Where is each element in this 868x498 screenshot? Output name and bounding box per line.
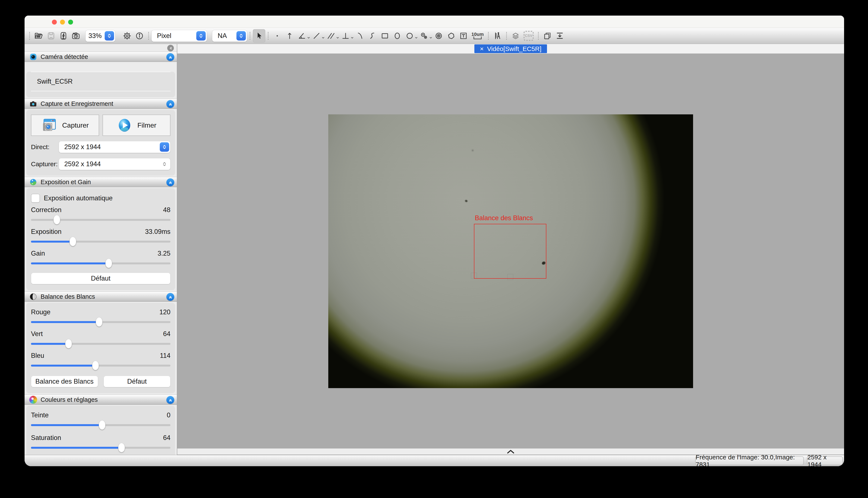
white-balance-button[interactable]: Balance des Blancs <box>31 376 98 387</box>
capture-panel-header: Capture et Enregistrement <box>25 99 177 109</box>
exposure-slider[interactable] <box>31 237 170 246</box>
camera-device-item[interactable]: Swift_EC5R <box>31 72 170 91</box>
video-tab[interactable]: × Vidéo[Swift_EC5R] <box>474 44 547 53</box>
white-balance-roi-rect[interactable] <box>474 224 546 279</box>
green-slider[interactable] <box>31 339 170 349</box>
red-label: Rouge <box>31 308 50 316</box>
unit-select[interactable]: Pixel <box>151 30 207 42</box>
red-slider[interactable] <box>31 317 170 327</box>
exposure-default-button[interactable]: Défaut <box>31 273 170 284</box>
ellipse-tool-icon[interactable] <box>391 29 404 42</box>
capture-still-label: Capturer <box>62 121 89 129</box>
curve-tool-icon[interactable] <box>366 29 379 42</box>
arrow-tool-icon[interactable] <box>283 29 296 42</box>
collapse-wb-panel-button[interactable] <box>166 293 174 301</box>
correction-slider[interactable] <box>31 215 170 224</box>
collapse-capture-panel-button[interactable] <box>166 100 174 108</box>
circle-tool-options-icon[interactable] <box>414 36 418 39</box>
camera-panel-body: Swift_EC5R <box>26 72 175 97</box>
saturation-slider-thumb[interactable] <box>118 443 125 453</box>
copy-icon[interactable] <box>541 29 553 42</box>
timed-capture-icon[interactable] <box>69 29 82 42</box>
dust-speck <box>465 199 468 202</box>
capture-resolution-select[interactable]: 2592 x 1944 <box>59 158 170 170</box>
concentric-circles-tool-icon[interactable] <box>433 29 445 42</box>
resolution-status: 2592 x 1944 <box>807 456 843 465</box>
perpendicular-tool-icon[interactable] <box>340 29 352 42</box>
toolbar-separator <box>29 32 30 40</box>
angle-tool-options-icon[interactable] <box>307 36 310 39</box>
hue-slider-thumb[interactable] <box>99 421 105 430</box>
hue-slider[interactable] <box>31 420 170 430</box>
line-tool-icon[interactable] <box>310 29 323 42</box>
panel-title: Exposition et Gain <box>41 179 91 186</box>
collapse-colors-panel-button[interactable] <box>166 396 174 404</box>
gain-slider[interactable] <box>31 259 170 268</box>
correction-value: 48 <box>163 206 170 214</box>
select-tool-icon[interactable] <box>253 29 265 42</box>
open-file-icon[interactable] <box>33 29 45 42</box>
green-group: Vert 64 <box>31 330 170 349</box>
green-slider-thumb[interactable] <box>65 339 72 349</box>
layers-icon[interactable] <box>509 29 522 42</box>
stepper-icon <box>160 142 169 152</box>
info-icon[interactable] <box>133 29 146 42</box>
zoom-level-select[interactable]: 33% <box>86 30 115 42</box>
point-tool-icon[interactable] <box>271 29 283 42</box>
camera-icon <box>29 100 37 108</box>
close-window-button[interactable] <box>52 19 57 25</box>
exposure-gain-icon <box>29 178 37 186</box>
green-value: 64 <box>163 330 170 338</box>
measurement-settings-icon[interactable] <box>491 29 503 42</box>
wb-default-button[interactable]: Défaut <box>104 376 171 387</box>
line-tool-options-icon[interactable] <box>321 36 325 39</box>
export-image-icon[interactable] <box>553 29 566 42</box>
perpendicular-tool-options-icon[interactable] <box>350 36 354 39</box>
collapse-camera-panel-button[interactable] <box>166 53 174 61</box>
close-tab-icon[interactable]: × <box>480 45 484 52</box>
record-video-button[interactable]: Filmer <box>103 115 171 136</box>
saturation-slider[interactable] <box>31 443 170 453</box>
flash-capture-icon[interactable] <box>57 29 69 42</box>
sidebar-collapse-button[interactable] <box>167 45 174 51</box>
live-video-frame: Balance des Blancs <box>328 114 693 388</box>
parallel-tool-options-icon[interactable] <box>336 36 340 39</box>
rectangle-tool-icon[interactable] <box>379 29 391 42</box>
blue-value: 114 <box>160 352 170 359</box>
scalebar-tool-icon[interactable]: 10um <box>470 29 485 42</box>
magnification-select[interactable]: NA <box>212 30 247 42</box>
two-circles-tool-icon[interactable] <box>418 29 430 42</box>
capture-panel-body: Capturer <box>26 110 175 175</box>
color-wheel-icon <box>29 396 37 404</box>
gain-slider-thumb[interactable] <box>105 259 112 268</box>
angle-tool-icon[interactable] <box>296 29 308 42</box>
capture-still-button[interactable]: Capturer <box>31 115 99 136</box>
csv-label: CSV <box>525 34 533 38</box>
text-tool-icon[interactable] <box>457 29 470 42</box>
panel-title: Capture et Enregistrement <box>41 100 113 107</box>
toolbar: 33% Pixel NA <box>25 28 844 44</box>
blue-slider-thumb[interactable] <box>92 361 99 370</box>
auto-exposure-checkbox[interactable] <box>31 194 40 203</box>
correction-label: Correction <box>31 206 62 214</box>
exposure-slider-thumb[interactable] <box>69 237 76 246</box>
white-balance-roi-label: Balance des Blancs <box>475 214 533 222</box>
red-slider-thumb[interactable] <box>96 317 102 327</box>
correction-slider-thumb[interactable] <box>54 215 60 224</box>
toolbar-separator <box>250 32 250 40</box>
live-resolution-select[interactable]: 2592 x 1944 <box>59 141 170 153</box>
colors-panel-header: Couleurs et réglages <box>25 394 177 405</box>
two-circles-tool-options-icon[interactable] <box>429 36 433 39</box>
minimize-window-button[interactable] <box>60 19 65 25</box>
saturation-group: Saturation 64 <box>31 434 170 453</box>
collapse-exposure-panel-button[interactable] <box>166 179 174 186</box>
settings-gear-icon[interactable] <box>121 29 133 42</box>
arc-tool-icon[interactable] <box>354 29 366 42</box>
polygon-tool-icon[interactable] <box>445 29 457 42</box>
circle-tool-icon[interactable] <box>404 29 416 42</box>
parallel-lines-tool-icon[interactable] <box>325 29 337 42</box>
blue-slider[interactable] <box>31 361 170 370</box>
camera-device-name: Swift_EC5R <box>37 78 73 86</box>
zoom-window-button[interactable] <box>68 19 73 25</box>
chevron-up-icon <box>506 449 515 454</box>
